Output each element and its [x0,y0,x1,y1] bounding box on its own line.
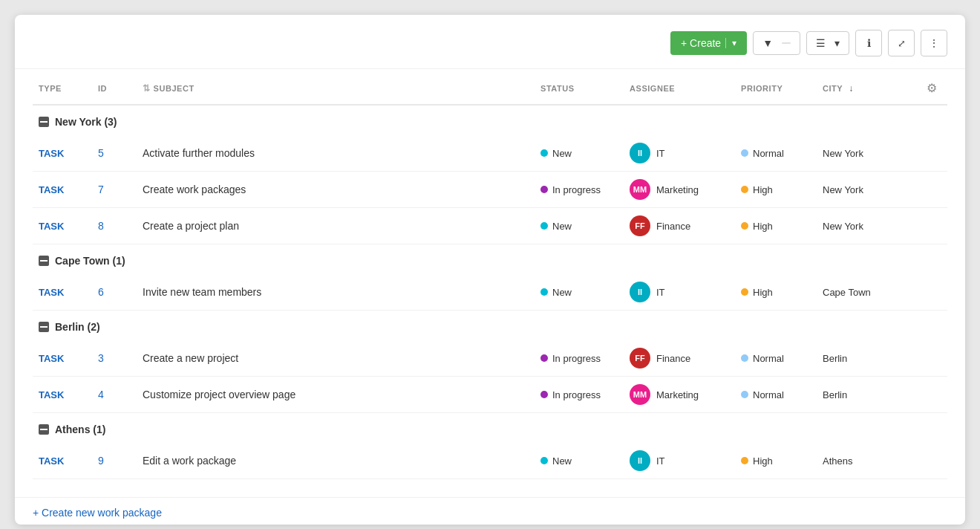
table-row: TASK6Invite new team membersNewIIITHighC… [33,274,947,311]
group-toggle-icon[interactable] [39,424,49,435]
filter-icon: ▼ [762,37,773,49]
task-type-link[interactable]: TASK [39,221,64,232]
col-subject[interactable]: ⇅ SUBJECT [137,69,535,105]
cell-type: TASK [33,274,92,311]
col-id: ID [92,69,137,105]
cell-assignee: IIIT [624,274,735,311]
cell-id: 9 [92,443,137,479]
more-button[interactable]: ⋮ [921,30,947,56]
group-header[interactable]: New York (3) [33,105,947,135]
assignee-dept: Marketing [656,184,699,195]
task-id-link[interactable]: 3 [98,352,104,364]
table-row: TASK4Customize project overview pageIn p… [33,377,947,413]
task-id-link[interactable]: 6 [98,286,104,298]
col-status: STATUS [535,69,624,105]
assignee-dept: Finance [656,221,690,232]
cell-priority: Normal [735,340,817,377]
group-row: New York (3) [33,105,947,135]
group-row: Athens (1) [33,413,947,444]
main-card: + Create ▾ ▼ ☰ ▾ ℹ ⤢ ⋮ [15,15,965,525]
cell-id: 3 [92,340,137,377]
group-toggle-icon[interactable] [39,256,49,266]
task-id-link[interactable]: 9 [98,455,104,467]
priority-badge: High [741,455,773,467]
cell-id: 4 [92,377,137,413]
table-header-row: TYPE ID ⇅ SUBJECT STATUS ASSIGNEE PRIORI… [33,69,947,105]
task-type-link[interactable]: TASK [39,148,64,159]
status-badge: New [540,287,572,298]
table-row: TASK8Create a project planNewFFFinanceHi… [33,208,947,244]
group-toggle-icon[interactable] [39,322,49,332]
create-work-package-link[interactable]: + Create new work package [33,507,162,519]
task-type-link[interactable]: TASK [39,353,64,364]
city-value: Athens [823,455,852,467]
task-id-link[interactable]: 4 [98,389,104,400]
subject-sort-icon: ⇅ [143,83,151,94]
group-label: Athens (1) [55,423,105,435]
assignee-dept: IT [656,455,665,467]
cell-subject: Invite new team members [137,274,535,311]
status-label: In progress [552,184,601,195]
cell-assignee: MMMarketing [624,377,735,413]
group-header[interactable]: Cape Town (1) [33,244,947,275]
status-badge: In progress [540,184,601,195]
cell-city: New York [817,208,921,244]
cell-id: 8 [92,208,137,244]
priority-label: High [753,455,773,467]
cell-row-settings [921,135,947,172]
assignee-badge: IIIT [630,282,665,302]
status-label: New [552,287,572,298]
filter-button[interactable]: ▼ [753,31,800,55]
create-button[interactable]: + Create ▾ [670,31,747,55]
table-view-button[interactable]: ☰ ▾ [806,31,849,55]
group-header[interactable]: Athens (1) [33,413,947,444]
task-type-link[interactable]: TASK [39,184,64,195]
cell-subject: Create a project plan [137,208,535,244]
col-city[interactable]: CITY ↓ [817,69,921,105]
cell-subject: Create a new project [137,340,535,377]
create-footer: + Create new work package [15,497,965,525]
status-label: New [552,455,572,467]
status-dot [540,354,548,362]
assignee-dept: IT [656,148,665,159]
cell-id: 6 [92,274,137,311]
task-id-link[interactable]: 5 [98,147,104,159]
task-id-link[interactable]: 7 [98,184,104,195]
cell-status: In progress [535,340,624,377]
col-assignee: ASSIGNEE [624,69,735,105]
group-header[interactable]: Berlin (2) [33,311,947,341]
expand-icon: ⤢ [898,38,906,49]
cell-subject: Customize project overview page [137,377,535,413]
cell-row-settings [921,172,947,208]
status-dot [540,457,548,464]
priority-label: High [753,287,773,298]
expand-button[interactable]: ⤢ [888,30,915,56]
task-id-link[interactable]: 8 [98,220,104,232]
info-button[interactable]: ℹ [855,30,882,56]
group-row: Berlin (2) [33,311,947,341]
more-icon: ⋮ [929,37,939,49]
task-type-link[interactable]: TASK [39,455,64,467]
priority-label: High [753,221,773,232]
table-container: TYPE ID ⇅ SUBJECT STATUS ASSIGNEE PRIORI… [15,69,965,497]
task-type-link[interactable]: TASK [39,389,64,400]
info-icon: ℹ [867,37,871,49]
city-value: Berlin [823,389,847,400]
priority-badge: Normal [741,353,784,364]
cell-id: 7 [92,172,137,208]
avatar: II [630,143,650,163]
group-toggle-icon[interactable] [39,117,49,127]
task-type-link[interactable]: TASK [39,287,64,298]
cell-row-settings [921,340,947,377]
priority-label: High [753,184,773,195]
assignee-dept: IT [656,287,665,298]
status-badge: New [540,455,572,467]
priority-dot [741,186,748,193]
col-type: TYPE [33,69,92,105]
group-label: New York (3) [55,116,117,128]
column-settings-button[interactable]: ⚙ [927,81,937,95]
cell-type: TASK [33,443,92,479]
status-dot [540,288,548,296]
create-label: + Create [681,37,721,49]
group-label: Cape Town (1) [55,255,125,267]
